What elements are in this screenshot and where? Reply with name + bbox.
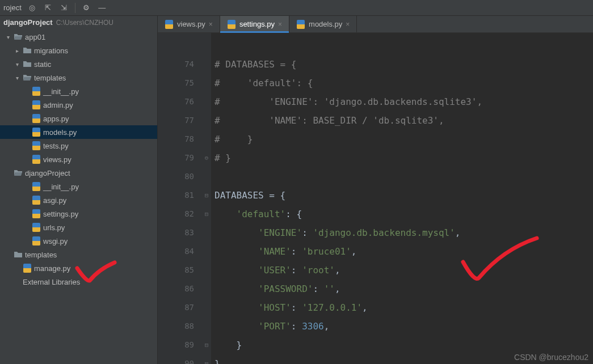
tree-item-label: External Libraries — [23, 278, 80, 286]
fold-marker[interactable]: ⊟ — [202, 336, 211, 354]
tree-item-djangoproject[interactable]: djangoProject — [0, 166, 157, 180]
code-line[interactable]: # DATABASES = { — [215, 55, 593, 74]
fold-marker[interactable] — [202, 317, 211, 336]
tab-label: models.py — [309, 20, 342, 28]
tab-label: settings.py — [239, 20, 275, 28]
line-number: 74 — [158, 55, 194, 74]
expand-icon[interactable]: ⇲ — [59, 3, 69, 13]
line-number-gutter: 747576777879808182838485868788899091 — [158, 33, 202, 364]
fold-marker[interactable] — [202, 36, 211, 55]
tree-item--init-py[interactable]: __init__.py — [0, 180, 157, 193]
tree-item-admin-py[interactable]: admin.py — [0, 98, 157, 112]
code-line[interactable]: 'PORT': 3306, — [215, 317, 593, 336]
code-line[interactable]: 'PASSWORD': '', — [215, 280, 593, 298]
fold-marker[interactable] — [202, 280, 211, 298]
code-line[interactable]: } — [215, 336, 593, 354]
tree-item-label: asgi.py — [43, 196, 66, 205]
tab-close-icon[interactable]: × — [346, 20, 350, 28]
code-line[interactable]: 'USER': 'root', — [215, 261, 593, 280]
gear-icon[interactable]: ⚙ — [81, 3, 91, 13]
fold-marker[interactable] — [202, 261, 211, 280]
tree-item-tests-py[interactable]: tests.py — [0, 139, 157, 153]
folder-open-icon — [14, 32, 23, 41]
fold-marker[interactable]: ⊟ — [202, 354, 211, 364]
tree-item-app01[interactable]: app01 — [0, 30, 157, 44]
tab-close-icon[interactable]: × — [209, 20, 213, 28]
tree-item-asgi-py[interactable]: asgi.py — [0, 193, 157, 207]
folder-icon — [23, 60, 32, 69]
code-line[interactable]: # 'ENGINE': 'django.db.backends.sqlite3'… — [215, 92, 593, 111]
code-content[interactable]: # DATABASES = {# 'default': {# 'ENGINE':… — [211, 33, 593, 364]
code-line[interactable]: # 'NAME': BASE_DIR / 'db.sqlite3', — [215, 111, 593, 130]
tree-item-models-py[interactable]: models.py — [0, 125, 157, 139]
code-line[interactable]: 'ENGINE': 'django.db.backends.mysql', — [215, 223, 593, 242]
collapse-icon[interactable]: ⇱ — [43, 3, 53, 13]
tree-item-label: views.py — [43, 155, 72, 164]
line-number: 82 — [158, 205, 194, 223]
tree-item-label: apps.py — [43, 115, 69, 123]
fold-marker[interactable]: ⊟ — [202, 186, 211, 205]
hide-icon[interactable]: — — [97, 3, 107, 13]
fold-marker[interactable]: ⊖ — [202, 149, 211, 167]
fold-marker[interactable] — [202, 167, 211, 186]
py-icon — [32, 114, 41, 123]
tree-item-templates[interactable]: templates — [0, 248, 157, 261]
tab-models-py[interactable]: models.py× — [289, 16, 357, 32]
code-line[interactable] — [215, 167, 593, 186]
tree-item-migrations[interactable]: migrations — [0, 44, 157, 57]
tree-item-apps-py[interactable]: apps.py — [0, 112, 157, 125]
fold-marker[interactable] — [202, 130, 211, 149]
chevron-down-icon[interactable] — [14, 75, 20, 81]
code-line[interactable]: DATABASES = { — [215, 186, 593, 205]
chevron-down-icon[interactable] — [14, 61, 20, 67]
fold-marker[interactable] — [202, 223, 211, 242]
project-tree: app01migrationsstatictemplates__init__.p… — [0, 29, 157, 290]
tree-item-label: __init__.py — [43, 183, 79, 191]
line-number: 76 — [158, 92, 194, 111]
fold-marker[interactable] — [202, 74, 211, 92]
code-line[interactable]: 'HOST': '127.0.0.1', — [215, 298, 593, 317]
fold-marker[interactable] — [202, 55, 211, 74]
fold-marker[interactable] — [202, 242, 211, 261]
line-number: 78 — [158, 130, 194, 149]
code-line[interactable]: # } — [215, 149, 593, 167]
python-icon — [165, 20, 174, 29]
tree-item-views-py[interactable]: views.py — [0, 153, 157, 166]
python-icon — [227, 20, 236, 29]
py-icon — [32, 100, 41, 109]
code-line[interactable]: 'NAME': 'bruce01', — [215, 242, 593, 261]
tree-item-wsgi-py[interactable]: wsgi.py — [0, 234, 157, 248]
fold-marker[interactable]: ⊟ — [202, 205, 211, 223]
tree-item-settings-py[interactable]: settings.py — [0, 207, 157, 221]
chevron-right-icon[interactable] — [14, 48, 20, 54]
tab-close-icon[interactable]: × — [278, 20, 282, 28]
project-tab-label[interactable]: roject — [3, 3, 22, 12]
line-number: 75 — [158, 74, 194, 92]
tab-settings-py[interactable]: settings.py× — [220, 16, 289, 32]
tree-item-templates[interactable]: templates — [0, 71, 157, 84]
tree-item-label: __init__.py — [43, 87, 79, 96]
tree-item-static[interactable]: static — [0, 57, 157, 71]
tree-item--init-py[interactable]: __init__.py — [0, 84, 157, 98]
py-icon — [32, 155, 41, 164]
fold-marker[interactable] — [202, 298, 211, 317]
tree-item-urls-py[interactable]: urls.py — [0, 221, 157, 234]
code-line[interactable]: 'default': { — [215, 205, 593, 223]
tree-item-label: urls.py — [43, 223, 65, 232]
code-line[interactable]: # } — [215, 130, 593, 149]
chevron-down-icon[interactable] — [5, 34, 11, 40]
watermark: CSDN @brucezhou2 — [514, 353, 588, 362]
code-line[interactable] — [215, 36, 593, 55]
code-editor[interactable]: 747576777879808182838485868788899091 ⊖⊟⊟… — [158, 33, 593, 364]
line-number: 85 — [158, 261, 194, 280]
py-icon — [32, 196, 41, 205]
tree-item-external-libraries[interactable]: External Libraries — [0, 275, 157, 289]
tree-item-manage-py[interactable]: manage.py — [0, 261, 157, 275]
fold-marker[interactable] — [202, 111, 211, 130]
fold-marker[interactable] — [202, 92, 211, 111]
code-line[interactable]: # 'default': { — [215, 74, 593, 92]
py-icon — [32, 87, 41, 96]
tab-views-py[interactable]: views.py× — [158, 16, 220, 32]
target-icon[interactable]: ◎ — [27, 3, 37, 13]
project-root-row[interactable]: djangoProject C:\Users\CNZHOU — [0, 16, 157, 29]
